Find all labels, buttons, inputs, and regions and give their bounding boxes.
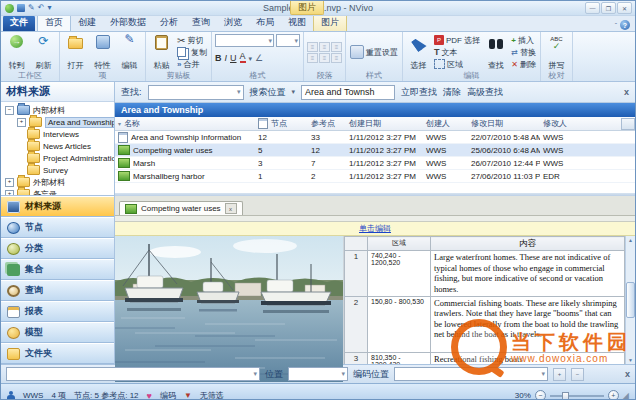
find-combo[interactable]: ▾ — [148, 85, 244, 100]
nav-collections[interactable]: 集合 — [1, 259, 114, 280]
zoom-in-icon[interactable]: + — [608, 390, 619, 400]
region-row[interactable]: 3 810,350 - 1200,430 Recreational fishin… — [345, 352, 625, 364]
zoom-slider[interactable] — [550, 395, 604, 397]
column-modified-on[interactable]: 修改日期 — [468, 118, 540, 129]
code-at-combo[interactable]: ▾ — [6, 367, 260, 381]
tab-picture[interactable]: 图片 — [313, 14, 347, 31]
region-column-header[interactable]: 区域 — [368, 237, 431, 251]
nav-sources[interactable]: 材料来源 — [1, 196, 114, 217]
tree-item-memos[interactable]: + 备忘录 — [1, 188, 114, 195]
table-row[interactable]: Marsh 3 7 1/11/2012 3:27 PM WWS 26/07/20… — [115, 157, 635, 170]
spelling-button[interactable]: ABC ✓ 拼写 — [544, 33, 569, 71]
open-button[interactable]: 打开 — [63, 33, 88, 71]
content-column-header[interactable]: 内容 — [431, 237, 625, 251]
go-button[interactable]: → 转到 — [4, 33, 29, 71]
column-modified-by[interactable]: 修改人 — [540, 118, 600, 129]
reset-settings-button[interactable]: 重置设置 — [349, 47, 399, 58]
tab-layout[interactable]: 布局 — [249, 15, 281, 31]
delete-button[interactable]: ✕ 删除 — [510, 59, 537, 70]
detail-tab-competing-water-uses[interactable]: Competing water uses x — [119, 201, 243, 215]
underline-button[interactable]: U — [230, 53, 237, 63]
tab-view[interactable]: 视图 — [281, 15, 313, 31]
detail-tab-close-icon[interactable]: x — [225, 203, 237, 214]
highlight-pencil-icon[interactable]: ∠ — [255, 53, 263, 63]
tree-item-area-and-township[interactable]: + Area and Township — [1, 116, 114, 128]
nav-classifications[interactable]: 分类 — [1, 238, 114, 259]
nav-folders[interactable]: 文件夹 — [1, 343, 114, 364]
tab-external-data[interactable]: 外部数据 — [103, 15, 153, 31]
tab-create[interactable]: 创建 — [71, 15, 103, 31]
align-left-icon[interactable]: ≡ — [307, 53, 318, 63]
indent-icon[interactable]: ≡ — [331, 42, 342, 52]
expand-icon[interactable]: + — [5, 178, 14, 187]
harbor-photo[interactable] — [115, 236, 344, 364]
minimize-ribbon-icon[interactable]: ˆ — [615, 22, 617, 29]
nav-models[interactable]: 模型 — [1, 322, 114, 343]
table-row[interactable]: Marshallberg harbor 1 2 1/11/2012 3:27 P… — [115, 170, 635, 183]
text-select-button[interactable]: T 文本 — [433, 47, 481, 58]
nav-reports[interactable]: 报表 — [1, 301, 114, 322]
find-button[interactable]: 查找 — [483, 33, 508, 71]
column-options-icon[interactable] — [621, 118, 635, 130]
replace-button[interactable]: ⇄ 替换 — [510, 47, 537, 58]
edit-button[interactable]: ✎ 编辑 — [117, 33, 142, 71]
zoom-slider-thumb[interactable] — [562, 392, 569, 400]
numbering-icon[interactable]: ≡ — [319, 42, 330, 52]
expand-icon[interactable]: + — [17, 118, 26, 127]
location-combo[interactable]: ▾ — [288, 367, 348, 381]
cut-button[interactable]: ✂ 剪切 — [176, 35, 208, 46]
align-center-icon[interactable]: ≡ — [319, 53, 330, 63]
click-to-edit-bar[interactable]: 单击编辑 — [115, 222, 635, 236]
region-select-button[interactable]: 区域 — [433, 59, 481, 70]
bullets-icon[interactable]: ≡ — [307, 42, 318, 52]
table-row[interactable]: Competing water uses 5 12 1/11/2012 3:27… — [115, 144, 635, 157]
font-size-combo[interactable]: ▾ — [276, 34, 300, 47]
table-row[interactable]: Area and Township Information 12 33 1/11… — [115, 131, 635, 144]
tab-analyze[interactable]: 分析 — [153, 15, 185, 31]
highlight-dropdown-icon[interactable]: ▾ — [249, 55, 253, 63]
find-now-button[interactable]: 立即查找 — [401, 86, 437, 99]
column-name[interactable]: ▾ 名称 — [115, 118, 255, 129]
help-icon[interactable]: ? — [620, 20, 630, 30]
uncode-button-icon[interactable]: − — [571, 368, 584, 381]
column-nodes[interactable]: 节点 — [255, 118, 308, 129]
detail-scrollbar[interactable]: ▲ ▼ — [625, 236, 635, 364]
merge-button[interactable]: » 合并 — [176, 59, 208, 70]
tab-home[interactable]: 首页 — [37, 14, 71, 31]
tab-file[interactable]: 文件 — [3, 15, 35, 31]
search-scope-box[interactable]: Area and Townsh — [301, 85, 395, 100]
find-bar-close-icon[interactable]: x — [624, 87, 629, 97]
tree-item-interviews[interactable]: Interviews — [1, 128, 114, 140]
column-references[interactable]: 参考点 — [308, 118, 346, 129]
code-location-combo[interactable]: ▾ — [394, 367, 548, 381]
zoom-out-icon[interactable]: − — [535, 390, 546, 400]
coding-bar-close-icon[interactable]: x — [625, 369, 630, 379]
tree-item-project-administration[interactable]: Project Administration — [1, 152, 114, 164]
tab-explore[interactable]: 浏览 — [217, 15, 249, 31]
tab-query[interactable]: 查询 — [185, 15, 217, 31]
line-spacing-icon[interactable]: ≡ — [331, 53, 342, 63]
region-row[interactable]: 1 740,240 - 1200,520 Large waterfront ho… — [345, 251, 625, 297]
tree-item-news-articles[interactable]: News Articles — [1, 140, 114, 152]
advanced-find-button[interactable]: 高级查找 — [467, 86, 503, 99]
copy-button[interactable]: 复制 — [176, 47, 208, 58]
search-in-button[interactable]: 搜索位置 — [250, 86, 286, 99]
column-created-by[interactable]: 创建人 — [423, 118, 468, 129]
font-color-button[interactable]: A — [240, 51, 246, 63]
bold-button[interactable]: B — [215, 53, 222, 63]
nav-queries[interactable]: 查询 — [1, 280, 114, 301]
insert-button[interactable]: + 插入 — [510, 35, 537, 46]
resize-grip-icon[interactable]: ◢ — [623, 391, 629, 400]
scroll-down-icon[interactable]: ▼ — [628, 357, 633, 363]
tree-item-internals[interactable]: − 内部材料 — [1, 104, 114, 116]
font-name-combo[interactable]: ▾ — [215, 34, 274, 47]
region-row[interactable]: 2 150,80 - 800,530 Commercial fishing bo… — [345, 296, 625, 352]
select-button[interactable]: 选择 — [406, 33, 431, 71]
italic-button[interactable]: I — [225, 53, 228, 63]
search-in-dropdown-icon[interactable]: ▾ — [292, 88, 296, 96]
clear-button[interactable]: 清除 — [443, 86, 461, 99]
code-button-icon[interactable]: + — [553, 368, 566, 381]
collapse-icon[interactable]: − — [5, 106, 14, 115]
column-created-on[interactable]: 创建日期 — [346, 118, 423, 129]
paste-button[interactable]: 粘贴 — [149, 33, 174, 71]
